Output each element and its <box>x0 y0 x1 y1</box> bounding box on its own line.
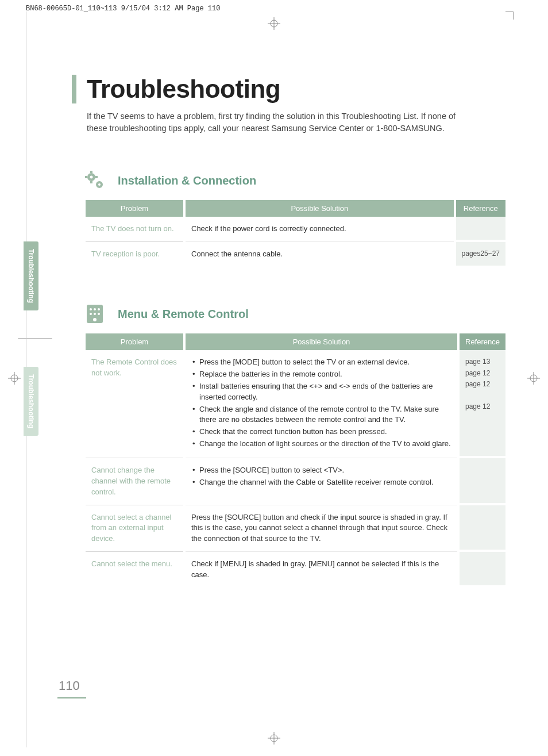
svg-point-19 <box>98 183 101 186</box>
table-row: Cannot change the channel with the remot… <box>86 458 505 505</box>
svg-point-13 <box>90 176 93 179</box>
gears-icon <box>83 169 106 192</box>
column-header: Problem <box>86 333 183 350</box>
section: Menu & Remote ControlProblemPossible Sol… <box>83 302 508 588</box>
problem-cell: TV reception is poor. <box>86 242 183 268</box>
table-row: Cannot select a channel from an external… <box>86 505 505 552</box>
page-title-block: Troubleshooting <box>72 75 514 103</box>
table-row: Cannot select the menu.Check if [MENU] i… <box>86 552 505 588</box>
svg-rect-15 <box>90 181 92 183</box>
svg-point-23 <box>98 308 100 310</box>
section-title: Installation & Connection <box>118 174 256 187</box>
registration-mark-icon <box>268 732 280 745</box>
reference-cell: pages25~27 <box>456 242 505 268</box>
svg-point-24 <box>90 313 92 315</box>
list-item: Press the [MODE] button to select the TV… <box>191 357 451 368</box>
tab-separator <box>18 338 52 339</box>
problem-cell: Cannot change the channel with the remot… <box>86 458 183 505</box>
reference-cell <box>456 217 505 242</box>
section-head: Installation & Connection <box>83 169 508 192</box>
reference-cell <box>460 458 505 505</box>
intro-text: If the TV seems to have a problem, first… <box>87 110 477 135</box>
svg-rect-17 <box>95 176 98 178</box>
registration-mark-icon <box>527 372 540 385</box>
column-header: Reference <box>456 200 505 217</box>
solution-cell: Check if [MENU] is shaded in gray. [MENU… <box>186 552 457 588</box>
solution-cell: Check if the power cord is correctly con… <box>186 217 454 242</box>
registration-mark-icon <box>8 372 21 385</box>
reference-cell: page 13page 12page 12 page 12 <box>460 350 505 458</box>
svg-rect-14 <box>90 171 92 173</box>
table-row: TV reception is poor.Connect the antenna… <box>86 242 505 268</box>
crop-mark <box>505 11 514 20</box>
reference-item: page 13 <box>465 357 500 367</box>
side-tab: Troubleshooting <box>24 367 38 436</box>
section-title: Menu & Remote Control <box>118 308 249 321</box>
list-item: Check that the correct function button h… <box>191 427 451 438</box>
svg-point-27 <box>93 318 97 321</box>
problem-cell: Cannot select a channel from an external… <box>86 505 183 552</box>
solution-cell: Press the [MODE] button to select the TV… <box>186 350 457 458</box>
svg-point-26 <box>98 313 100 315</box>
list-item: Replace the batteries in the remote cont… <box>191 369 451 380</box>
reference-cell <box>460 505 505 552</box>
svg-point-25 <box>94 313 96 315</box>
solution-cell: Press the [SOURCE] button and check if t… <box>186 505 457 552</box>
reference-item: page 12 <box>465 369 500 378</box>
problem-cell: The Remote Control does not work. <box>86 350 183 458</box>
page-number: 110 <box>57 677 86 699</box>
problem-cell: Cannot select the menu. <box>86 552 183 588</box>
section-head: Menu & Remote Control <box>83 302 508 325</box>
column-header: Possible Solution <box>186 333 457 350</box>
svg-rect-16 <box>85 176 87 178</box>
list-item: Install batteries ensuring that the <+> … <box>191 381 451 403</box>
column-header: Possible Solution <box>186 200 454 217</box>
column-header: Reference <box>460 333 505 350</box>
solution-cell: Press the [SOURCE] button to select <TV>… <box>186 458 457 505</box>
solution-cell: Connect the antenna cable. <box>186 242 454 268</box>
svg-point-21 <box>90 308 92 310</box>
table-row: The Remote Control does not work.Press t… <box>86 350 505 458</box>
list-item: Change the channel with the Cable or Sat… <box>191 477 451 488</box>
print-header: BN68-00665D-01_110~113 9/15/04 3:12 AM P… <box>26 5 220 13</box>
list-item: Check the angle and distance of the remo… <box>191 404 451 426</box>
page-title: Troubleshooting <box>87 75 514 103</box>
remote-icon <box>83 302 106 325</box>
troubleshooting-table: ProblemPossible SolutionReferenceThe TV … <box>83 200 508 268</box>
list-item: Press the [SOURCE] button to select <TV>… <box>191 465 451 476</box>
reference-cell <box>460 552 505 588</box>
troubleshooting-table: ProblemPossible SolutionReferenceThe Rem… <box>83 333 508 588</box>
side-tab: Troubleshooting <box>24 241 38 310</box>
reference-item <box>465 390 500 400</box>
reference-item: page 12 <box>465 402 500 412</box>
table-row: The TV does not turn on.Check if the pow… <box>86 217 505 242</box>
column-header: Problem <box>86 200 183 217</box>
reference-item: page 12 <box>465 379 500 389</box>
problem-cell: The TV does not turn on. <box>86 217 183 242</box>
list-item: Change the location of light sources or … <box>191 439 451 450</box>
section: Installation & ConnectionProblemPossible… <box>83 169 508 268</box>
svg-point-22 <box>94 308 96 310</box>
registration-mark-icon <box>268 17 280 30</box>
